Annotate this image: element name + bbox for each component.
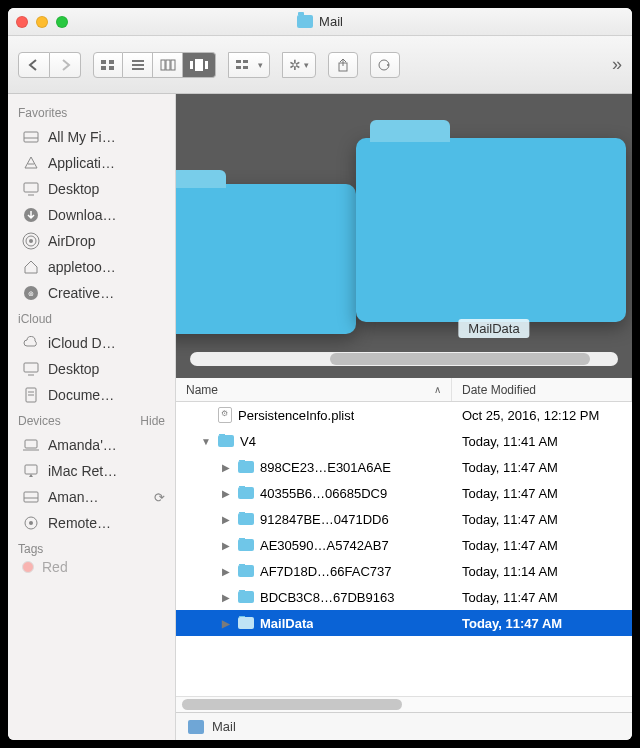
- list-header: Name ∧ Date Modified: [176, 378, 632, 402]
- cloud-icon: [22, 334, 40, 352]
- mailbox-icon: [188, 720, 204, 734]
- zoom-button[interactable]: [56, 16, 68, 28]
- action-group: ✲▾: [282, 52, 316, 78]
- coverflow-area[interactable]: MailData: [176, 94, 632, 378]
- icon-view-button[interactable]: [93, 52, 123, 78]
- sidebar-item[interactable]: Desktop: [8, 176, 175, 202]
- path-bar[interactable]: Mail: [176, 712, 632, 740]
- window-title-text: Mail: [319, 14, 343, 29]
- folder-icon: [238, 539, 254, 551]
- toolbar-overflow-button[interactable]: »: [612, 54, 622, 75]
- file-date: Today, 11:41 AM: [452, 434, 632, 449]
- file-row[interactable]: ▶BDCB3C8…67DB9163Today, 11:47 AM: [176, 584, 632, 610]
- svg-rect-12: [205, 61, 208, 69]
- sort-indicator-icon: ∧: [434, 384, 441, 395]
- svg-rect-2: [101, 66, 106, 70]
- sidebar-item[interactable]: iMac Ret…: [8, 458, 175, 484]
- tags-button[interactable]: [370, 52, 400, 78]
- sidebar-item-label: Aman…: [48, 489, 99, 505]
- sidebar-item[interactable]: Applicati…: [8, 150, 175, 176]
- disclosure-triangle[interactable]: ▶: [220, 566, 232, 577]
- sidebar-section-header: DevicesHide: [8, 408, 175, 432]
- coverflow-scroll-thumb[interactable]: [330, 353, 590, 365]
- sidebar-hide-button[interactable]: Hide: [140, 414, 165, 428]
- sidebar-item[interactable]: Aman…⟳: [8, 484, 175, 510]
- main-pane: MailData Name ∧ Date Modified Persistenc…: [176, 94, 632, 740]
- back-button[interactable]: [18, 52, 50, 78]
- sidebar-item-label: Amanda'…: [48, 437, 117, 453]
- file-row[interactable]: ▼V4Today, 11:41 AM: [176, 428, 632, 454]
- file-row[interactable]: ▶AF7D18D…66FAC737Today, 11:14 AM: [176, 558, 632, 584]
- svg-rect-31: [24, 363, 38, 372]
- sidebar-item-label: Downloa…: [48, 207, 116, 223]
- arrange-button[interactable]: ▾: [228, 52, 270, 78]
- file-list[interactable]: PersistenceInfo.plistOct 25, 2016, 12:12…: [176, 402, 632, 696]
- sidebar-item[interactable]: Desktop: [8, 356, 175, 382]
- sidebar-item-label: iMac Ret…: [48, 463, 117, 479]
- coverflow-view-button[interactable]: [183, 52, 216, 78]
- svg-rect-13: [236, 60, 241, 63]
- file-date: Today, 11:47 AM: [452, 460, 632, 475]
- file-row[interactable]: PersistenceInfo.plistOct 25, 2016, 12:12…: [176, 402, 632, 428]
- forward-button[interactable]: [50, 52, 81, 78]
- file-date: Today, 11:47 AM: [452, 538, 632, 553]
- file-row[interactable]: ▶898CE23…E301A6AEToday, 11:47 AM: [176, 454, 632, 480]
- finder-window: Mail ▾ ✲▾ » FavoritesAll My Fi…Applicati…: [8, 8, 632, 740]
- remote-icon: [22, 514, 40, 532]
- sidebar-item[interactable]: Remote…: [8, 510, 175, 536]
- sidebar-item[interactable]: ⊚Creative…: [8, 280, 175, 306]
- sidebar-item[interactable]: All My Fi…: [8, 124, 175, 150]
- sidebar-item[interactable]: Red: [8, 560, 175, 574]
- svg-rect-0: [101, 60, 106, 64]
- folder-icon: [297, 15, 313, 28]
- minimize-button[interactable]: [36, 16, 48, 28]
- file-row[interactable]: ▶MailDataToday, 11:47 AM: [176, 610, 632, 636]
- sidebar-item-label: Remote…: [48, 515, 111, 531]
- disclosure-triangle[interactable]: ▶: [220, 488, 232, 499]
- sidebar-section-header: Favorites: [8, 100, 175, 124]
- sidebar-item[interactable]: appletoo…: [8, 254, 175, 280]
- disclosure-triangle[interactable]: ▶: [220, 514, 232, 525]
- close-button[interactable]: [16, 16, 28, 28]
- toolbar: ▾ ✲▾ »: [8, 36, 632, 94]
- share-button[interactable]: [328, 52, 358, 78]
- file-name: AF7D18D…66FAC737: [260, 564, 392, 579]
- app-icon: [22, 154, 40, 172]
- list-view-button[interactable]: [123, 52, 153, 78]
- disclosure-triangle[interactable]: ▶: [220, 618, 232, 629]
- file-date: Today, 11:47 AM: [452, 512, 632, 527]
- file-row[interactable]: ▶AE30590…A5742AB7Today, 11:47 AM: [176, 532, 632, 558]
- coverflow-item-current[interactable]: [356, 138, 626, 322]
- file-date: Today, 11:47 AM: [452, 486, 632, 501]
- sync-icon: ⟳: [154, 490, 165, 505]
- coverflow-scrollbar[interactable]: [190, 352, 618, 366]
- sidebar-item[interactable]: Amanda'…: [8, 432, 175, 458]
- folder-icon: [238, 461, 254, 473]
- disclosure-triangle[interactable]: ▶: [220, 462, 232, 473]
- disclosure-triangle[interactable]: ▶: [220, 592, 232, 603]
- column-header-name[interactable]: Name ∧: [176, 378, 452, 401]
- sidebar-item-label: Desktop: [48, 181, 99, 197]
- sidebar-item[interactable]: iCloud D…: [8, 330, 175, 356]
- list-h-scroll-thumb[interactable]: [182, 699, 402, 710]
- disclosure-triangle[interactable]: ▼: [200, 436, 212, 447]
- sidebar-item-label: All My Fi…: [48, 129, 116, 145]
- sidebar-item[interactable]: AirDrop: [8, 228, 175, 254]
- file-name: 40355B6…06685DC9: [260, 486, 387, 501]
- svg-point-19: [387, 64, 389, 66]
- sidebar-item[interactable]: Docume…: [8, 382, 175, 408]
- arrange-group: ▾: [228, 52, 270, 78]
- list-h-scrollbar[interactable]: [176, 696, 632, 712]
- sidebar-item-label: Applicati…: [48, 155, 115, 171]
- disclosure-triangle[interactable]: ▶: [220, 540, 232, 551]
- file-row[interactable]: ▶912847BE…0471DD6Today, 11:47 AM: [176, 506, 632, 532]
- column-view-button[interactable]: [153, 52, 183, 78]
- file-row[interactable]: ▶40355B6…06685DC9Today, 11:47 AM: [176, 480, 632, 506]
- column-header-date-label: Date Modified: [462, 383, 536, 397]
- sidebar-item-label: AirDrop: [48, 233, 95, 249]
- path-bar-label: Mail: [212, 719, 236, 734]
- column-header-date[interactable]: Date Modified: [452, 378, 632, 401]
- sidebar-item[interactable]: Downloa…: [8, 202, 175, 228]
- action-button[interactable]: ✲▾: [282, 52, 316, 78]
- coverflow-item-prev[interactable]: [176, 184, 356, 334]
